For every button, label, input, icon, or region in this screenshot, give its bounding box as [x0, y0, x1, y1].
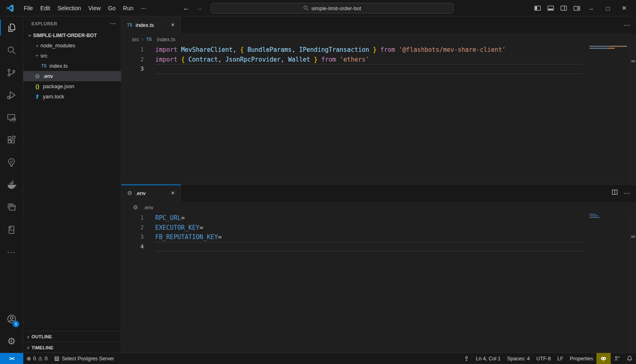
minimap[interactable]	[589, 213, 629, 353]
code-line[interactable]: 2EXECUTOR_KEY=	[121, 223, 636, 233]
activity-more-icon[interactable]: ⋯	[0, 241, 23, 263]
menu-edit[interactable]: Edit	[37, 3, 54, 13]
split-editor-icon[interactable]	[611, 189, 618, 197]
tree-root-folder[interactable]: › SIMPLE-LIMIT-ORDER-BOT	[23, 31, 121, 40]
outline-section[interactable]: › OUTLINE	[23, 331, 121, 342]
tree-item-yarn-lock[interactable]: yarn.lock	[23, 91, 121, 102]
toggle-panel-icon[interactable]	[546, 4, 555, 13]
feedback-person-icon	[614, 355, 620, 362]
timeline-section[interactable]: › TIMELINE	[23, 342, 121, 353]
command-center-search[interactable]: simple-limit-order-bot	[211, 3, 453, 13]
code-editor-index-ts[interactable]: 1import MevShareClient, { BundleParams, …	[121, 45, 636, 184]
toggle-secondary-sidebar-icon[interactable]	[559, 4, 568, 13]
scrollbar-handle[interactable]	[631, 60, 635, 62]
cursor-position-status[interactable]: Ln 4, Col 1	[473, 353, 504, 364]
accounts-badge: 1	[13, 321, 19, 327]
menu-run[interactable]: Run	[119, 3, 137, 13]
code-text[interactable]: import MevShareClient, { BundleParams, I…	[155, 45, 583, 55]
breadcrumb-index-ts[interactable]: index.ts	[157, 36, 175, 42]
explorer-icon[interactable]	[0, 16, 23, 39]
tab-close-icon[interactable]: ✕	[169, 189, 176, 197]
minimap-line	[589, 48, 615, 49]
code-line[interactable]: 4	[121, 242, 636, 252]
tab-close-icon[interactable]: ✕	[169, 21, 176, 29]
code-line[interactable]: 3FB_REPUTATION_KEY=	[121, 232, 636, 242]
settings-gear-icon[interactable]: ⚙	[0, 330, 23, 353]
error-icon: ⊗	[27, 355, 31, 362]
nav-back-icon[interactable]: ←	[183, 4, 190, 12]
accounts-icon[interactable]: 1	[0, 308, 23, 330]
feedback-status[interactable]	[611, 353, 623, 364]
editor-group-bottom: ⚙ .env ✕ ⋯ ⚙ .env 1RPC_U	[121, 184, 636, 353]
menu-selection[interactable]: Selection	[54, 3, 85, 13]
line-number: 3	[121, 64, 144, 74]
code-text[interactable]: import { Contract, JsonRpcProvider, Wall…	[155, 55, 583, 64]
tree-item-env[interactable]: ⚙ .env	[23, 71, 121, 81]
problems-status[interactable]: ⊗ 0 ⚠ 0	[23, 353, 51, 364]
maximize-button[interactable]: □	[602, 0, 614, 16]
tree-item-src[interactable]: › src	[23, 51, 121, 61]
indentation-status[interactable]: Spaces: 4	[504, 353, 533, 364]
menu-file[interactable]: File	[20, 3, 37, 13]
code-text[interactable]: EXECUTOR_KEY=	[155, 223, 583, 233]
remote-explorer-icon[interactable]	[0, 106, 23, 129]
menu-more-icon[interactable]: ⋯	[137, 3, 150, 13]
title-bar: File Edit Selection View Go Run ⋯ ← → si…	[0, 0, 636, 16]
database-client-icon[interactable]	[0, 218, 23, 241]
breadcrumb-env[interactable]: .env	[143, 204, 154, 211]
editor-actions-more-icon[interactable]: ⋯	[624, 189, 630, 197]
customize-layout-icon[interactable]	[572, 4, 581, 13]
eol-status[interactable]: LF	[554, 353, 567, 364]
copilot-status[interactable]	[596, 353, 611, 364]
search-sidebar-icon[interactable]	[0, 39, 23, 61]
file-tree: › SIMPLE-LIMIT-ORDER-BOT › node_modules …	[23, 31, 121, 331]
close-button[interactable]: ✕	[618, 0, 630, 16]
minimize-button[interactable]: –	[585, 0, 598, 16]
code-text[interactable]	[155, 64, 583, 74]
code-line[interactable]: 1import MevShareClient, { BundleParams, …	[121, 45, 636, 55]
chevron-right-icon: ›	[25, 344, 31, 351]
source-control-icon[interactable]	[0, 61, 23, 84]
scrollbar[interactable]	[630, 213, 636, 353]
code-text[interactable]: RPC_URL=	[155, 213, 583, 223]
run-debug-icon[interactable]	[0, 84, 23, 106]
nav-forward-icon: →	[196, 4, 203, 12]
live-preview-icon[interactable]	[0, 196, 23, 218]
language-mode-status[interactable]: Properties	[567, 353, 596, 364]
breadcrumb-src[interactable]: src	[132, 36, 139, 42]
menu-view[interactable]: View	[85, 3, 104, 13]
explorer-more-icon[interactable]: ⋯	[110, 20, 116, 27]
code-text[interactable]: FB_REPUTATION_KEY=	[155, 232, 583, 242]
postgres-server-status[interactable]: Select Postgres Server	[51, 353, 117, 364]
typescript-file-icon: TS	[40, 64, 47, 68]
breadcrumb: src › TS index.ts	[121, 33, 636, 45]
code-text[interactable]	[155, 242, 583, 252]
docker-icon[interactable]	[0, 173, 23, 196]
chevron-right-icon: ›	[34, 42, 40, 49]
tab-index-ts[interactable]: TS index.ts ✕	[121, 16, 181, 33]
menu-go[interactable]: Go	[104, 3, 119, 13]
activity-bar: ⋯ 1 ⚙	[0, 16, 23, 353]
testing-icon[interactable]	[0, 151, 23, 173]
tree-item-node-modules[interactable]: › node_modules	[23, 40, 121, 51]
ports-status[interactable]	[460, 353, 473, 364]
toggle-sidebar-icon[interactable]	[533, 4, 542, 13]
code-line[interactable]: 2import { Contract, JsonRpcProvider, Wal…	[121, 55, 636, 64]
extensions-icon[interactable]	[0, 129, 23, 151]
code-line[interactable]: 1RPC_URL=	[121, 213, 636, 223]
minimap[interactable]	[589, 45, 629, 184]
status-bar: >< ⊗ 0 ⚠ 0 Select Postgres Server Ln 4, …	[0, 353, 636, 364]
code-editor-env[interactable]: 1RPC_URL=2EXECUTOR_KEY=3FB_REPUTATION_KE…	[121, 213, 636, 353]
tree-item-package-json[interactable]: {} package.json	[23, 81, 121, 91]
line-number: 2	[121, 55, 144, 64]
encoding-status[interactable]: UTF-8	[533, 353, 554, 364]
scrollbar[interactable]	[630, 45, 636, 184]
tab-env[interactable]: ⚙ .env ✕	[121, 184, 181, 202]
scrollbar-handle[interactable]	[631, 235, 635, 238]
editor-actions-more-icon[interactable]: ⋯	[624, 21, 630, 29]
code-line[interactable]: 3	[121, 64, 636, 74]
remote-indicator[interactable]: ><	[0, 353, 23, 364]
tree-item-index-ts[interactable]: TS index.ts	[23, 61, 121, 71]
notifications-status[interactable]	[623, 353, 636, 364]
warning-icon: ⚠	[38, 355, 43, 362]
